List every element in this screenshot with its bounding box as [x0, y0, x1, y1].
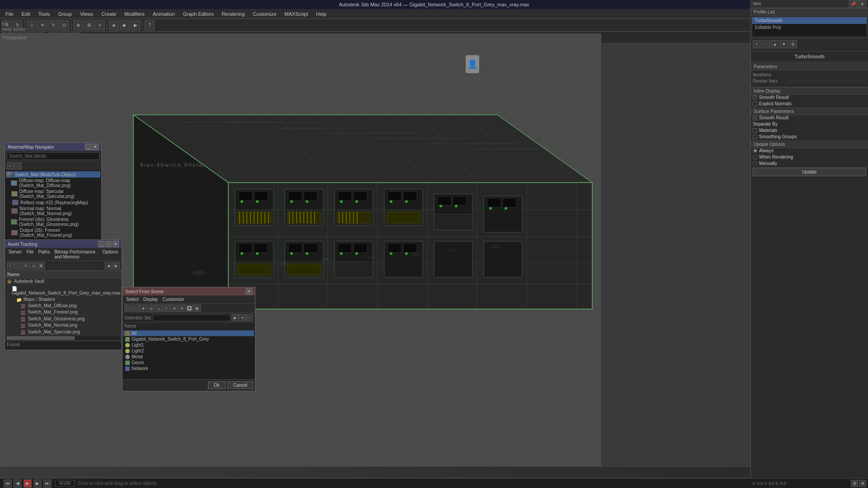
ss-btn9[interactable]: 🔳: [186, 305, 193, 312]
align-button[interactable]: ≡: [95, 20, 105, 30]
help-button[interactable]: ?: [145, 20, 155, 30]
iterations-input[interactable]: [789, 74, 866, 76]
ss-btn10[interactable]: ▦: [193, 305, 201, 312]
smooth-result2-checkbox[interactable]: ✓: [753, 116, 757, 120]
explicit-normals-checkbox[interactable]: [753, 102, 757, 106]
render-iter-input[interactable]: [789, 80, 866, 82]
grid-toggle[interactable]: ⊞: [851, 480, 858, 487]
ss-item-light2[interactable]: Light2: [123, 348, 254, 354]
rp-down-icon[interactable]: ▼: [780, 40, 788, 48]
menu-maxscript[interactable]: MAXScript: [281, 10, 311, 18]
update-button[interactable]: Update: [753, 168, 866, 176]
mat-nav-search-input[interactable]: [7, 152, 99, 160]
ss-item-metal[interactable]: Metal: [123, 354, 254, 360]
anim-prev-frame[interactable]: ◀: [14, 479, 22, 488]
snap-toggle[interactable]: ⊕: [859, 480, 866, 487]
mat-nav-child-3[interactable]: Reflect map #31 (RaytracingMap): [6, 199, 100, 206]
ss-sort-button[interactable]: ↕: [246, 314, 253, 321]
menu-animation[interactable]: Animation: [149, 10, 179, 18]
at-close-button[interactable]: ✕: [113, 241, 119, 247]
menu-help[interactable]: Help: [312, 10, 330, 18]
mat-nav-expand-button[interactable]: +: [7, 162, 14, 169]
profile-item-turbosmooth[interactable]: TurboSmooth: [752, 17, 867, 24]
mat-nav-child-2[interactable]: Diffuse-map: Specular (Switch_Mat_Specul…: [6, 188, 100, 199]
at-vault-button[interactable]: 🏛: [38, 262, 45, 269]
ss-menu-display[interactable]: Display: [142, 296, 160, 302]
rotate-button[interactable]: ↻: [48, 20, 58, 30]
at-arrow-right-button[interactable]: ▶: [113, 262, 120, 269]
frame-counter[interactable]: 0/100: [55, 480, 75, 487]
at-row-vault[interactable]: 🏛 Autodesk Vault Logge...: [5, 278, 122, 285]
at-remove-button[interactable]: -: [14, 262, 22, 269]
menu-edit[interactable]: Edit: [18, 10, 34, 18]
at-menu-options[interactable]: Options: [101, 249, 120, 260]
scale-button[interactable]: ⊡: [59, 20, 69, 30]
mat-nav-close-button[interactable]: ✕: [92, 144, 99, 150]
always-radio[interactable]: [753, 149, 757, 153]
menu-customize[interactable]: Customize: [249, 10, 280, 18]
ss-btn6[interactable]: ▽: [163, 305, 170, 312]
menu-graph-editors[interactable]: Graph Editors: [179, 10, 217, 18]
ss-item-all[interactable]: All: [123, 330, 254, 336]
at-add-button[interactable]: +: [7, 262, 14, 269]
rp-config-icon[interactable]: ⚙: [789, 40, 797, 48]
timeline-bar[interactable]: [0, 467, 750, 478]
select-button[interactable]: ⊹: [27, 20, 37, 30]
at-row-normal[interactable]: 🖼 Switch_Mat_Normal.png Found: [5, 322, 122, 328]
ss-cancel-button[interactable]: Cancel: [227, 381, 253, 389]
ss-btn7[interactable]: ⊕: [170, 305, 178, 312]
ss-close-button[interactable]: ✕: [246, 288, 252, 295]
ss-item-switch[interactable]: Gigabit_Network_Switch_8_Port_Grey: [123, 336, 254, 342]
anim-last-frame[interactable]: ⏭: [43, 479, 52, 488]
smoothing-groups-checkbox[interactable]: [753, 135, 757, 139]
menu-rendering[interactable]: Rendering: [218, 10, 249, 18]
anim-play-button[interactable]: ▶: [24, 479, 32, 488]
rp-settings-button[interactable]: ⚙: [858, 0, 866, 8]
mirror-button[interactable]: ⊞: [84, 20, 94, 30]
render-button[interactable]: ▶: [120, 20, 130, 30]
at-row-glossiness[interactable]: 🖼 Switch_Mat_Glossiness.png Found: [5, 315, 122, 322]
anim-first-frame[interactable]: ⏮: [4, 479, 12, 488]
ss-btn8[interactable]: ⊗: [178, 305, 185, 312]
at-menu-file[interactable]: File: [24, 249, 35, 260]
mat-nav-minimize-button[interactable]: _: [85, 144, 91, 150]
at-minimize-button[interactable]: _: [98, 241, 104, 247]
at-menu-paths[interactable]: Paths: [37, 249, 52, 260]
at-row-file[interactable]: 📄 Gigabit_Network_Switch_8_Port_Grey_max…: [5, 285, 122, 296]
profile-item-editable-poly[interactable]: Editable Poly: [752, 24, 867, 31]
mat-nav-collapse-button[interactable]: -: [14, 162, 22, 169]
ss-item-network[interactable]: Network: [123, 366, 254, 371]
rp-up-icon[interactable]: ▲: [771, 40, 779, 48]
at-menu-server[interactable]: Server: [7, 249, 24, 260]
when-rendering-radio[interactable]: [753, 155, 757, 160]
at-maximize-button[interactable]: □: [105, 241, 112, 247]
at-row-diffuse[interactable]: 🖼 Switch_Mat_Diffuse.png Found: [5, 303, 122, 309]
rp-add-icon[interactable]: +: [753, 40, 761, 48]
at-refresh-button[interactable]: ↻: [22, 262, 29, 269]
snap-button[interactable]: ⊕: [73, 20, 83, 30]
ss-btn2[interactable]: ○: [132, 305, 139, 312]
at-menu-bitmap[interactable]: Bitmap Performance and Memory: [52, 249, 99, 260]
at-locate-button[interactable]: ◎: [30, 262, 37, 269]
mat-nav-child-5[interactable]: Fresnel (dis): Glossiness (Switch_Mat_Gl…: [6, 216, 100, 227]
ss-item-geom[interactable]: Geom: [123, 360, 254, 366]
ss-search-btns[interactable]: ▶: [231, 314, 239, 321]
move-button[interactable]: ✛: [38, 20, 47, 30]
menu-modifiers[interactable]: Modifiers: [121, 10, 148, 18]
ss-search-input[interactable]: [153, 314, 231, 321]
menu-tools[interactable]: Tools: [35, 10, 54, 18]
material-editor-button[interactable]: ◈: [109, 20, 119, 30]
menu-create[interactable]: Create: [98, 10, 120, 18]
materials-checkbox[interactable]: [753, 128, 757, 133]
ss-btn1[interactable]: ⬛: [124, 305, 132, 312]
menu-group[interactable]: Group: [54, 10, 75, 18]
menu-file[interactable]: File: [2, 10, 17, 18]
ss-btn5[interactable]: △: [155, 305, 162, 312]
mat-nav-root-item[interactable]: Switch_Mat (Multi/Sub-Object): [6, 171, 100, 178]
at-row-maps[interactable]: 📁 Maps / Shaders: [5, 296, 122, 302]
ss-menu-customize[interactable]: Customize: [161, 296, 186, 302]
ss-item-light1[interactable]: Light1: [123, 342, 254, 348]
at-row-specular[interactable]: 🖼 Switch_Mat_Specular.png Found: [5, 328, 122, 335]
at-scrollbar[interactable]: [7, 336, 120, 340]
mat-nav-child-1[interactable]: Diffuse-map: Diffuse-map (Switch_Mat_Dif…: [6, 178, 100, 188]
